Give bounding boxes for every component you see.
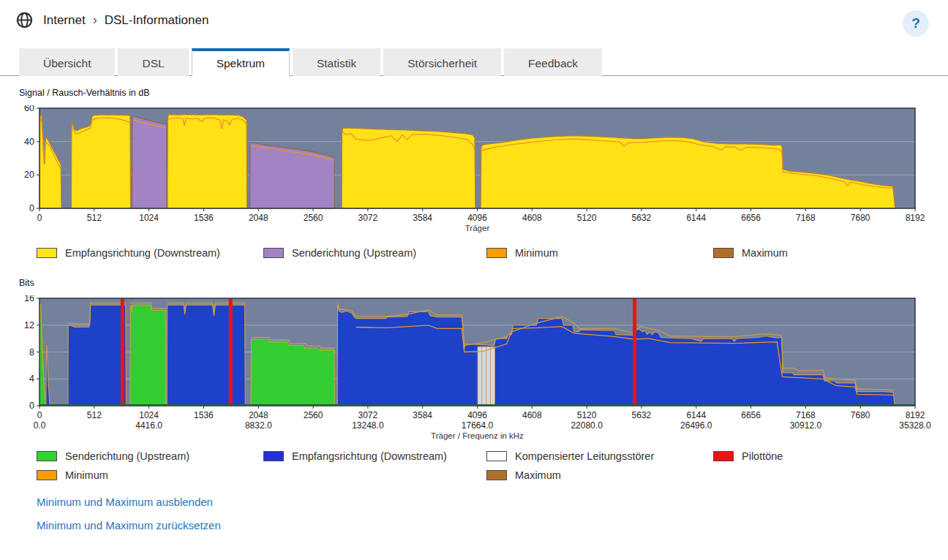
action-links: Minimum und Maximum ausblenden Minimum u… (37, 496, 948, 531)
reset-min-max-link[interactable]: Minimum und Maximum zurücksetzen (37, 519, 948, 531)
svg-text:8192: 8192 (906, 410, 925, 420)
legend-swatch (486, 451, 507, 461)
legend-label: Senderichtung (Upstream) (65, 450, 189, 462)
legend-swatch (713, 451, 734, 461)
legend-label: Empfangsrichtung (Downstream) (292, 450, 447, 462)
svg-text:3072: 3072 (358, 410, 378, 420)
svg-text:3072: 3072 (358, 213, 378, 223)
bits-chart: 0512102415362048256030723584409646085120… (0, 295, 948, 442)
legend-item: Maximum (486, 469, 713, 481)
bits-chart-title: Bits (19, 278, 948, 290)
svg-text:7680: 7680 (851, 213, 870, 223)
svg-text:4416.0: 4416.0 (135, 420, 162, 431)
svg-text:5632: 5632 (632, 213, 652, 223)
svg-text:12: 12 (24, 320, 34, 330)
svg-text:6656: 6656 (741, 213, 761, 223)
svg-text:13248.0: 13248.0 (352, 420, 384, 431)
legend-swatch (37, 470, 57, 480)
breadcrumb: Internet › DSL-Informationen (16, 12, 930, 29)
legend-item: Empfangsrichtung (Downstream) (263, 450, 486, 462)
svg-text:5120: 5120 (577, 213, 597, 223)
legend-swatch (263, 248, 284, 258)
svg-text:2560: 2560 (304, 213, 323, 223)
svg-text:512: 512 (87, 410, 102, 420)
svg-text:0: 0 (29, 203, 34, 213)
legend-label: Empfangsrichtung (Downstream) (65, 247, 220, 259)
svg-text:8832.0: 8832.0 (245, 420, 272, 431)
bits-chart-legend: Senderichtung (Upstream)Empfangsrichtung… (37, 450, 948, 481)
svg-text:40: 40 (24, 137, 34, 147)
legend-item: Pilottöne (713, 450, 948, 462)
legend-swatch (486, 470, 507, 480)
hide-min-max-link[interactable]: Minimum und Maximum ausblenden (37, 496, 948, 508)
breadcrumb-internet[interactable]: Internet (43, 13, 86, 28)
page-header: Internet › DSL-Informationen ? (0, 0, 948, 41)
svg-text:7168: 7168 (796, 410, 816, 420)
legend-item: Kompensierter Leitungsstörer (486, 450, 713, 462)
svg-text:60: 60 (24, 105, 34, 113)
legend-label: Minimum (65, 469, 108, 481)
tab-feedback[interactable]: Feedback (504, 48, 602, 76)
svg-text:35328.0: 35328.0 (899, 420, 931, 431)
snr-chart-title: Signal / Rausch-Verhältnis in dB (19, 88, 948, 99)
legend-swatch (37, 248, 57, 258)
legend-item: Maximum (713, 247, 948, 259)
legend-label: Senderichtung (Upstream) (292, 247, 416, 259)
svg-text:6656: 6656 (741, 410, 761, 420)
svg-text:0: 0 (29, 401, 34, 411)
svg-text:512: 512 (87, 213, 102, 223)
breadcrumb-dsl-informationen[interactable]: DSL-Informationen (105, 13, 209, 28)
svg-text:0.0: 0.0 (34, 420, 46, 431)
legend-label: Maximum (742, 247, 788, 259)
svg-text:0: 0 (37, 213, 42, 223)
snr-chart-legend: Empfangsrichtung (Downstream)Senderichtu… (37, 247, 948, 259)
legend-label: Minimum (515, 247, 558, 259)
tab-stoersicherheit[interactable]: Störsicherheit (383, 48, 501, 76)
legend-swatch (486, 248, 507, 258)
svg-text:3584: 3584 (413, 213, 432, 223)
svg-text:20: 20 (24, 170, 34, 180)
svg-text:5120: 5120 (577, 410, 597, 420)
svg-text:2048: 2048 (249, 213, 268, 223)
tab-bar: Übersicht DSL Spektrum Statistik Störsic… (0, 48, 948, 76)
svg-text:2048: 2048 (249, 410, 268, 420)
svg-text:Träger: Träger (465, 224, 490, 232)
tab-spektrum[interactable]: Spektrum (192, 48, 290, 76)
legend-item: Senderichtung (Upstream) (37, 450, 263, 462)
svg-text:1024: 1024 (139, 213, 159, 223)
legend-swatch (713, 248, 734, 258)
svg-text:4608: 4608 (522, 213, 542, 223)
svg-text:17664.0: 17664.0 (462, 420, 494, 431)
svg-text:1536: 1536 (194, 410, 214, 420)
svg-text:8192: 8192 (906, 213, 925, 223)
tab-dsl[interactable]: DSL (118, 48, 188, 76)
svg-text:7680: 7680 (851, 410, 870, 420)
legend-swatch (37, 451, 57, 461)
svg-text:26496.0: 26496.0 (680, 420, 712, 431)
svg-text:5632: 5632 (632, 410, 652, 420)
svg-text:4: 4 (29, 374, 34, 384)
snr-chart: 0512102415362048256030723584409646085120… (0, 105, 948, 235)
svg-text:30912.0: 30912.0 (790, 420, 822, 431)
svg-text:3584: 3584 (413, 410, 432, 420)
breadcrumb-separator: › (93, 13, 97, 28)
legend-label: Pilottöne (742, 450, 783, 462)
svg-text:22080.0: 22080.0 (571, 420, 603, 431)
legend-label: Maximum (515, 469, 561, 481)
legend-swatch (263, 451, 284, 461)
help-button[interactable]: ? (903, 10, 929, 37)
tab-uebersicht[interactable]: Übersicht (19, 48, 115, 76)
svg-text:0: 0 (37, 410, 42, 420)
legend-item: Empfangsrichtung (Downstream) (37, 247, 263, 259)
legend-item: Minimum (486, 247, 713, 259)
tab-statistik[interactable]: Statistik (293, 48, 380, 76)
svg-text:1536: 1536 (194, 213, 214, 223)
svg-text:16: 16 (24, 295, 34, 303)
svg-text:7168: 7168 (796, 213, 816, 223)
svg-text:4096: 4096 (467, 410, 487, 420)
svg-text:6144: 6144 (686, 213, 706, 223)
svg-text:4096: 4096 (467, 213, 487, 223)
legend-label: Kompensierter Leitungsstörer (515, 450, 654, 462)
globe-icon (16, 12, 33, 29)
svg-text:2560: 2560 (304, 410, 323, 420)
